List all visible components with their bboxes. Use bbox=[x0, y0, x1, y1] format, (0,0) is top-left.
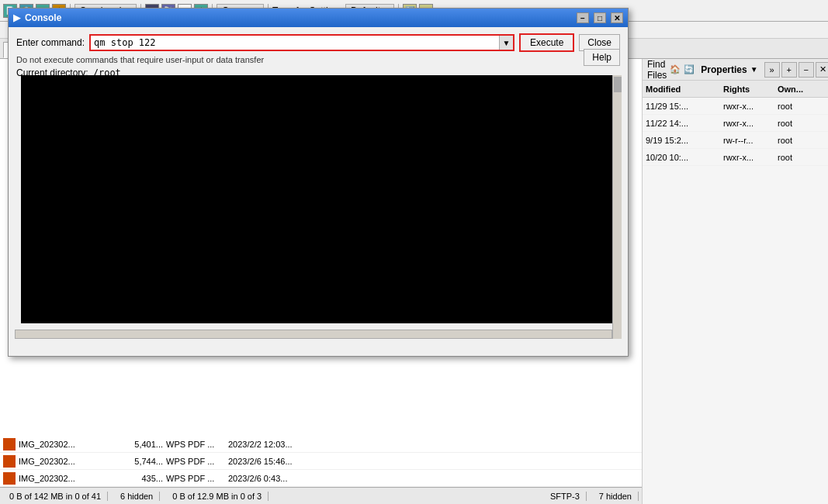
col-header-rights: Rights bbox=[720, 83, 774, 95]
status-right-size: 0 B of 12.9 MB in 0 of 3 bbox=[166, 492, 268, 501]
terminal-area[interactable] bbox=[21, 75, 618, 323]
terminal-wrapper bbox=[15, 75, 622, 339]
status-left-size: 0 B of 142 MB in 0 of 41 bbox=[3, 492, 108, 501]
right-panel-header: Find Files 🏠 🔄 Properties ▼ » + − ✕ bbox=[643, 59, 828, 81]
rp-btn-close[interactable]: ✕ bbox=[816, 62, 828, 78]
right-file-row-3[interactable]: 10/20 10:... rwxr-x... root bbox=[643, 149, 828, 166]
right-file-rights-3: rwxr-x... bbox=[720, 151, 774, 164]
file-icon-0 bbox=[3, 438, 16, 450]
file-type-1: WPS PDF ... bbox=[166, 457, 228, 466]
dialog-titlebar: ▶ Console − □ ✕ bbox=[9, 9, 628, 27]
file-date-0: 2023/2/2 12:03... bbox=[228, 440, 321, 449]
terminal-scrollbar[interactable] bbox=[612, 75, 622, 339]
command-input[interactable] bbox=[91, 36, 499, 50]
right-file-modified-2: 9/19 15:2... bbox=[643, 134, 720, 147]
command-row: Enter command: ▼ Execute Close bbox=[16, 33, 620, 52]
status-hidden: 6 hidden bbox=[114, 492, 160, 501]
horizontal-scrollbar[interactable] bbox=[15, 330, 612, 339]
right-file-modified-1: 11/22 14:... bbox=[643, 117, 720, 129]
dialog-content: Enter command: ▼ Execute Close Do not ex… bbox=[9, 27, 628, 72]
right-file-rights-1: rwxr-x... bbox=[720, 117, 774, 129]
dialog-minimize-button[interactable]: − bbox=[577, 12, 589, 23]
right-file-rights-2: rw-r--r... bbox=[720, 134, 774, 147]
file-name-1: IMG_202302... bbox=[19, 457, 120, 466]
file-size-0: 5,401... bbox=[120, 440, 166, 449]
dialog-title-icon: ▶ bbox=[13, 12, 20, 23]
file-name-0: IMG_202302... bbox=[19, 440, 120, 449]
file-size-2: 435... bbox=[120, 474, 166, 483]
rp-btn-extra[interactable]: » bbox=[764, 62, 780, 78]
find-files-refresh-icon[interactable]: 🔄 bbox=[684, 64, 695, 74]
command-input-wrapper: ▼ bbox=[89, 34, 514, 51]
file-name-2: IMG_202302... bbox=[19, 474, 120, 483]
rp-btn-remove[interactable]: − bbox=[799, 62, 814, 78]
properties-dropdown-icon[interactable]: ▼ bbox=[750, 65, 758, 74]
file-icon-1 bbox=[3, 455, 16, 468]
right-file-row-2[interactable]: 9/19 15:2... rw-r--r... root bbox=[643, 132, 828, 149]
right-file-modified-0: 11/29 15:... bbox=[643, 100, 720, 112]
find-files-label[interactable]: Find Files bbox=[647, 59, 667, 81]
file-type-0: WPS PDF ... bbox=[166, 440, 228, 449]
execute-button[interactable]: Execute bbox=[519, 33, 574, 52]
help-button[interactable]: Help bbox=[584, 49, 620, 66]
command-label: Enter command: bbox=[16, 37, 85, 48]
file-date-2: 2023/2/6 0:43... bbox=[228, 474, 321, 483]
right-file-owner-0: root bbox=[774, 100, 821, 112]
find-files-extra-icon: 🏠 bbox=[670, 64, 681, 74]
right-file-owner-2: root bbox=[774, 134, 821, 147]
right-file-row-1[interactable]: 11/22 14:... rwxr-x... root bbox=[643, 115, 828, 132]
dialog-close-x-button[interactable]: ✕ bbox=[611, 12, 623, 23]
command-dropdown-btn[interactable]: ▼ bbox=[499, 36, 513, 50]
file-list-header: Modified Rights Own... bbox=[643, 81, 828, 98]
right-file-owner-3: root bbox=[774, 151, 821, 164]
file-type-2: WPS PDF ... bbox=[166, 474, 228, 483]
console-dialog: ▶ Console − □ ✕ Enter command: ▼ Execute… bbox=[8, 8, 629, 357]
properties-label: Properties bbox=[701, 64, 747, 75]
right-file-row-0[interactable]: 11/29 15:... rwxr-x... root bbox=[643, 98, 828, 115]
right-panel-toolbar: » + − ✕ bbox=[764, 62, 828, 78]
sftp-label: SFTP-3 bbox=[544, 492, 587, 501]
status-bar-left: 0 B of 142 MB in 0 of 41 6 hidden 0 B of… bbox=[0, 487, 642, 504]
right-file-rights-0: rwxr-x... bbox=[720, 100, 774, 112]
left-file-row-2[interactable]: IMG_202302... 435... WPS PDF ... 2023/2/… bbox=[0, 470, 642, 487]
status-hidden-right: 7 hidden bbox=[593, 492, 639, 501]
left-file-row-1[interactable]: IMG_202302... 5,744... WPS PDF ... 2023/… bbox=[0, 453, 642, 470]
col-header-modified: Modified bbox=[643, 83, 720, 95]
right-file-modified-3: 10/20 10:... bbox=[643, 151, 720, 164]
right-panel: Find Files 🏠 🔄 Properties ▼ » + − ✕ Modi… bbox=[642, 59, 828, 504]
file-date-1: 2023/2/6 15:46... bbox=[228, 457, 321, 466]
right-file-owner-1: root bbox=[774, 117, 821, 129]
dialog-title: Console bbox=[25, 12, 572, 23]
file-size-1: 5,744... bbox=[120, 457, 166, 466]
rp-btn-add[interactable]: + bbox=[781, 62, 797, 78]
file-icon-2 bbox=[3, 472, 16, 485]
scrollbar-thumb bbox=[614, 77, 622, 92]
col-header-owner: Own... bbox=[774, 83, 821, 95]
dialog-restore-button[interactable]: □ bbox=[594, 12, 606, 23]
left-file-row-0[interactable]: IMG_202302... 5,401... WPS PDF ... 2023/… bbox=[0, 436, 642, 453]
left-file-list: IMG_202302... 5,401... WPS PDF ... 2023/… bbox=[0, 436, 642, 487]
